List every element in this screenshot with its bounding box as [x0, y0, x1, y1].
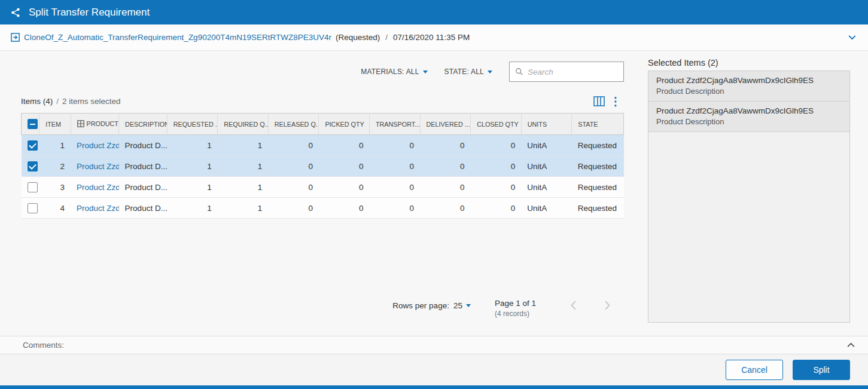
row-checkbox[interactable]	[28, 182, 38, 192]
grid-header-row: ITEM PRODUCT DESCRIPTION REQUESTED ... R…	[22, 114, 624, 135]
column-header-state[interactable]: STATE	[572, 114, 624, 135]
column-header-released[interactable]: RELEASED Q...	[268, 114, 319, 135]
product-link[interactable]: Product Zzd:	[77, 141, 119, 150]
cell-item: 2	[39, 156, 71, 177]
cell-description: Product D...	[119, 177, 167, 198]
column-header-description[interactable]: DESCRIPTION	[119, 114, 167, 135]
items-selected-count: 2 items selected	[62, 97, 121, 106]
materials-filter-value: ALL	[406, 68, 419, 76]
cell-delivered: 0	[420, 156, 471, 177]
cell-picked: 0	[319, 156, 370, 177]
cell-required: 1	[218, 198, 269, 219]
row-checkbox[interactable]	[28, 161, 38, 171]
column-header-closed[interactable]: CLOSED QTY	[471, 114, 522, 135]
header-expand-chevron-down-icon[interactable]	[847, 32, 857, 42]
select-all-checkbox[interactable]	[28, 119, 38, 129]
comments-label: Comments:	[23, 341, 64, 350]
cell-closed: 0	[471, 135, 522, 156]
grid-icon	[77, 120, 84, 128]
cell-description: Product D...	[119, 198, 167, 219]
comments-collapse-chevron-up-icon[interactable]	[846, 340, 856, 350]
column-header-picked[interactable]: PICKED QTY	[319, 114, 370, 135]
table-row[interactable]: 4 Product Zzd: Product D... 1 1 0 0 0 0 …	[22, 198, 624, 219]
previous-page-chevron-left-icon[interactable]	[569, 300, 578, 313]
row-checkbox[interactable]	[28, 203, 38, 213]
items-separator: /	[56, 97, 59, 106]
column-header-product[interactable]: PRODUCT	[71, 114, 119, 135]
share-split-icon	[10, 7, 21, 18]
page-title: Split Transfer Requirement	[29, 7, 150, 19]
pagination: Rows per page: 25 Page 1 of 1 (4 records…	[21, 299, 624, 318]
record-timestamp: 07/16/2020 11:35 PM	[393, 33, 470, 42]
cell-units: UnitA	[521, 156, 572, 177]
split-button[interactable]: Split	[793, 360, 850, 380]
state-filter-label: STATE:	[444, 68, 469, 76]
comments-section: Comments:	[0, 336, 868, 354]
records-label: (4 records)	[495, 310, 536, 318]
chevron-down-icon	[488, 71, 492, 73]
cell-item: 4	[39, 198, 71, 219]
cell-requested: 1	[167, 198, 218, 219]
cell-state: Requested	[572, 198, 624, 219]
materials-filter-dropdown[interactable]: MATERIALS:ALL	[361, 68, 427, 76]
table-row[interactable]: 2 Product Zzd: Product D... 1 1 0 0 0 0 …	[22, 156, 624, 177]
row-checkbox[interactable]	[28, 140, 38, 151]
selected-item-name: Product Zzdf2CjagAa8VawwmDx9cIGlh9ES	[656, 106, 842, 115]
items-count: Items (4)	[21, 97, 53, 106]
search-icon	[515, 68, 523, 76]
cell-state: Requested	[572, 156, 624, 177]
selected-items-title: Selected Items (2)	[648, 58, 718, 68]
rows-per-page-dropdown[interactable]: Rows per page: 25	[392, 301, 471, 310]
items-grid: ITEM PRODUCT DESCRIPTION REQUESTED ... R…	[21, 113, 624, 219]
cell-item: 1	[39, 135, 71, 156]
page-label: Page 1 of 1	[495, 299, 536, 308]
cell-state: Requested	[572, 135, 624, 156]
record-link[interactable]: CloneOf_Z_Automatic_TransferRequirement_…	[24, 33, 331, 42]
page-info: Page 1 of 1 (4 records)	[495, 299, 536, 318]
cell-requested: 1	[167, 156, 218, 177]
cell-closed: 0	[471, 177, 522, 198]
search-input[interactable]	[528, 68, 618, 76]
cell-required: 1	[218, 156, 269, 177]
cell-state: Requested	[572, 177, 624, 198]
column-header-units[interactable]: UNITS	[521, 114, 572, 135]
app-header: Split Transfer Requirement	[0, 0, 868, 24]
state-filter-dropdown[interactable]: STATE:ALL	[444, 68, 492, 76]
column-header-delivered[interactable]: DELIVERED ...	[420, 114, 471, 135]
cell-picked: 0	[319, 198, 370, 219]
product-link[interactable]: Product Zzd:	[77, 204, 119, 213]
cell-released: 0	[268, 198, 319, 219]
product-link[interactable]: Product Zzd:	[77, 162, 119, 171]
column-header-transport[interactable]: TRANSPORT...	[369, 114, 420, 135]
breadcrumb: CloneOf_Z_Automatic_TransferRequirement_…	[0, 24, 868, 51]
cell-released: 0	[268, 177, 319, 198]
table-row[interactable]: 1 Product Zzd: Product D... 1 1 0 0 0 0 …	[22, 135, 624, 156]
cell-released: 0	[268, 156, 319, 177]
column-header-required[interactable]: REQUIRED Q...	[218, 114, 269, 135]
column-header-requested[interactable]: REQUESTED ...	[167, 114, 218, 135]
document-icon	[11, 33, 20, 42]
cell-item: 3	[39, 177, 71, 198]
rows-per-page-value: 25	[453, 301, 462, 310]
column-header-item[interactable]: ITEM	[39, 114, 71, 135]
selected-items-panel: Product Zzdf2CjagAa8VawwmDx9cIGlh9ES Pro…	[648, 71, 850, 323]
product-link[interactable]: Product Zzd:	[77, 183, 119, 192]
selected-item-description: Product Description	[656, 117, 842, 126]
items-summary-row: Items (4) / 2 items selected ⋮	[21, 94, 624, 108]
selected-item-name: Product Zzdf2CjagAa8VawwmDx9cIGlh9ES	[656, 76, 842, 85]
more-options-kebab-button[interactable]: ⋮	[607, 94, 624, 108]
main-content: MATERIALS:ALL STATE:ALL Items (4) / 2 it…	[0, 51, 868, 336]
cell-closed: 0	[471, 156, 522, 177]
selected-item-description: Product Description	[656, 87, 842, 96]
cell-delivered: 0	[420, 198, 471, 219]
cancel-button[interactable]: Cancel	[726, 360, 783, 380]
next-page-chevron-right-icon[interactable]	[602, 300, 612, 313]
cell-transport: 0	[369, 177, 420, 198]
cell-delivered: 0	[420, 135, 471, 156]
table-row[interactable]: 3 Product Zzd: Product D... 1 1 0 0 0 0 …	[22, 177, 624, 198]
cell-requested: 1	[167, 177, 218, 198]
column-chooser-button[interactable]	[590, 94, 607, 108]
search-box	[509, 62, 624, 82]
state-filter-value: ALL	[471, 68, 484, 76]
kebab-icon: ⋮	[610, 96, 622, 107]
